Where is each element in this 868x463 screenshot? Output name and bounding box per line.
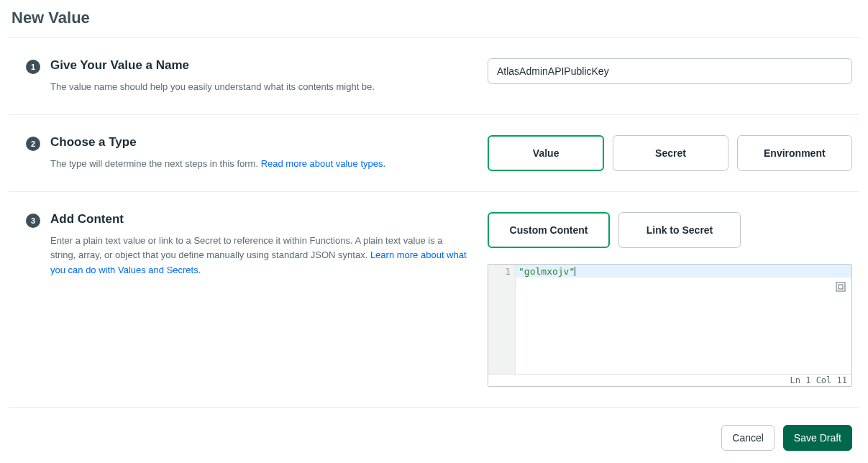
content-option-custom[interactable]: Custom Content [488, 212, 610, 248]
code-editor[interactable]: 1 "golmxojv" Ln 1 Col 11 [488, 264, 852, 387]
content-option-link-secret[interactable]: Link to Secret [618, 212, 741, 248]
section-content: 3 Add Content Enter a plain text value o… [9, 191, 859, 407]
svg-rect-0 [836, 283, 845, 291]
svg-rect-1 [839, 285, 843, 289]
footer-actions: Cancel Save Draft [9, 407, 859, 451]
step-badge-1: 1 [26, 60, 40, 74]
step-2-desc-text: The type will determine the next steps i… [50, 158, 261, 169]
type-option-secret[interactable]: Secret [613, 135, 728, 171]
editor-cursor [575, 267, 575, 276]
value-types-link[interactable]: Read more about value types. [261, 158, 385, 169]
step-1-desc: The value name should help you easily un… [50, 80, 467, 94]
value-name-input[interactable] [488, 58, 852, 84]
type-option-value[interactable]: Value [488, 135, 604, 171]
step-3-title: Add Content [50, 212, 467, 226]
editor-code-area[interactable]: "golmxojv" [516, 265, 851, 374]
step-badge-2: 2 [26, 137, 40, 151]
editor-gutter: 1 [488, 265, 516, 374]
step-2-desc: The type will determine the next steps i… [50, 157, 467, 171]
editor-content: "golmxojv" [518, 266, 575, 277]
page-title: New Value [9, 6, 859, 37]
section-type: 2 Choose a Type The type will determine … [9, 114, 859, 191]
step-3-desc: Enter a plain text value or link to a Se… [50, 234, 467, 277]
editor-status: Ln 1 Col 11 [488, 374, 851, 386]
step-1-title: Give Your Value a Name [50, 58, 467, 73]
save-draft-button[interactable]: Save Draft [783, 425, 852, 451]
section-name: 1 Give Your Value a Name The value name … [9, 37, 859, 114]
type-option-environment[interactable]: Environment [737, 135, 852, 171]
cancel-button[interactable]: Cancel [721, 425, 775, 451]
fullscreen-icon[interactable] [836, 282, 846, 292]
line-number: 1 [490, 266, 511, 277]
step-badge-3: 3 [26, 214, 40, 228]
step-2-title: Choose a Type [50, 135, 467, 150]
